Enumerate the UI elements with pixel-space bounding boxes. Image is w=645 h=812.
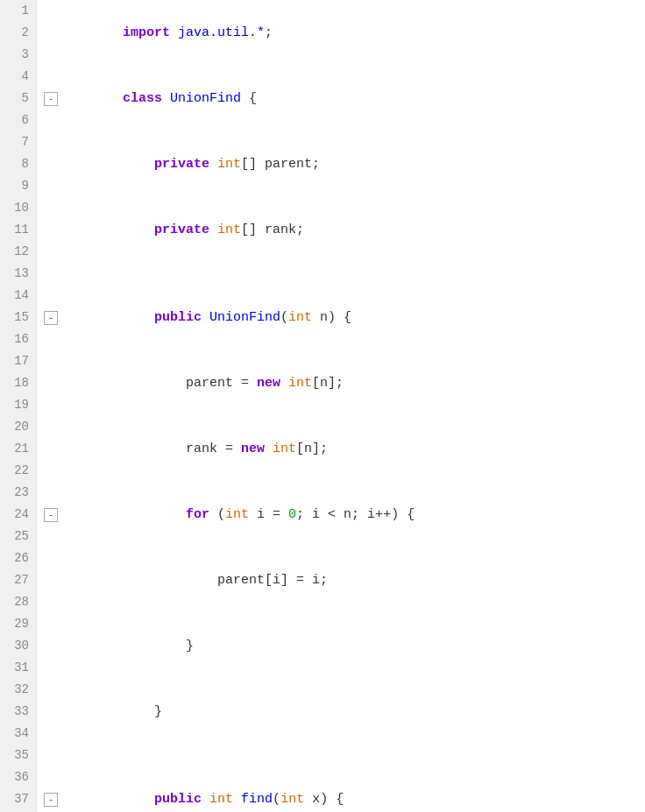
fold-icon-2[interactable]: -	[44, 92, 58, 106]
code-line-7: parent = new int[n];	[44, 350, 645, 416]
ln-11: 11	[7, 219, 29, 241]
line-12-content: }	[60, 679, 162, 745]
fold-icon-14[interactable]: -	[44, 793, 58, 807]
code-line-4: private int[] rank;	[44, 197, 645, 263]
ln-25: 25	[7, 526, 29, 547]
ln-23: 23	[7, 482, 29, 504]
line-3-content: private int[] parent;	[60, 131, 320, 197]
ln-18: 18	[7, 372, 29, 394]
ln-19: 19	[7, 394, 29, 416]
ln-2: 2	[7, 22, 29, 44]
code-line-10: parent[i] = i;	[44, 547, 645, 613]
line-9-content: for (int i = 0; i < n; i++) {	[60, 482, 415, 547]
code-line-9: - for (int i = 0; i < n; i++) {	[44, 482, 645, 547]
line-8-content: rank = new int[n];	[60, 416, 328, 482]
ln-14: 14	[7, 285, 29, 307]
ln-27: 27	[7, 569, 29, 591]
ln-3: 3	[7, 44, 29, 66]
fold-icon-6[interactable]: -	[44, 311, 58, 325]
line-11-content: }	[60, 613, 194, 679]
ln-21: 21	[7, 438, 29, 460]
line-6-content: public UnionFind(int n) {	[60, 285, 351, 350]
line-7-content: parent = new int[n];	[60, 350, 344, 416]
ln-13: 13	[7, 263, 29, 285]
ln-26: 26	[7, 547, 29, 569]
ln-10: 10	[7, 197, 29, 219]
line-2-content: class UnionFind {	[60, 66, 257, 131]
code-area: import java.util.*; - class UnionFind { …	[37, 0, 645, 812]
line-13-content	[60, 745, 67, 766]
ln-16: 16	[7, 328, 29, 350]
ln-17: 17	[7, 350, 29, 372]
ln-29: 29	[7, 613, 29, 635]
line-numbers: 1 2 3 4 5 6 7 8 9 10 11 12 13 14 15 16 1…	[0, 0, 37, 812]
line-5-content	[60, 263, 67, 285]
ln-15: 15	[7, 307, 29, 328]
fold-icon-9[interactable]: -	[44, 508, 58, 522]
code-editor: 1 2 3 4 5 6 7 8 9 10 11 12 13 14 15 16 1…	[0, 0, 645, 812]
ln-31: 31	[7, 657, 29, 679]
ln-6: 6	[7, 109, 29, 131]
line-10-content: parent[i] = i;	[60, 547, 328, 613]
line-1-content: import java.util.*;	[60, 0, 273, 66]
ln-22: 22	[7, 460, 29, 482]
code-line-14: - public int find(int x) {	[44, 766, 645, 812]
code-line-11: }	[44, 613, 645, 679]
ln-9: 9	[7, 175, 29, 197]
ln-7: 7	[7, 131, 29, 153]
line-4-content: private int[] rank;	[60, 197, 304, 263]
ln-35: 35	[7, 745, 29, 766]
code-line-6: - public UnionFind(int n) {	[44, 285, 645, 350]
code-line-12: }	[44, 679, 645, 745]
code-line-13	[44, 745, 645, 766]
line-14-content: public int find(int x) {	[60, 766, 344, 812]
ln-12: 12	[7, 241, 29, 263]
ln-24: 24	[7, 504, 29, 526]
code-line-8: rank = new int[n];	[44, 416, 645, 482]
ln-20: 20	[7, 416, 29, 438]
ln-30: 30	[7, 635, 29, 657]
ln-33: 33	[7, 701, 29, 723]
ln-1: 1	[7, 0, 29, 22]
ln-5: 5	[7, 88, 29, 109]
code-line-3: private int[] parent;	[44, 131, 645, 197]
code-line-1: import java.util.*;	[44, 0, 645, 66]
ln-32: 32	[7, 679, 29, 701]
ln-37: 37	[7, 788, 29, 810]
code-line-2: - class UnionFind {	[44, 66, 645, 131]
ln-34: 34	[7, 723, 29, 745]
ln-36: 36	[7, 766, 29, 788]
ln-28: 28	[7, 591, 29, 613]
code-line-5	[44, 263, 645, 285]
ln-8: 8	[7, 153, 29, 175]
ln-4: 4	[7, 66, 29, 88]
